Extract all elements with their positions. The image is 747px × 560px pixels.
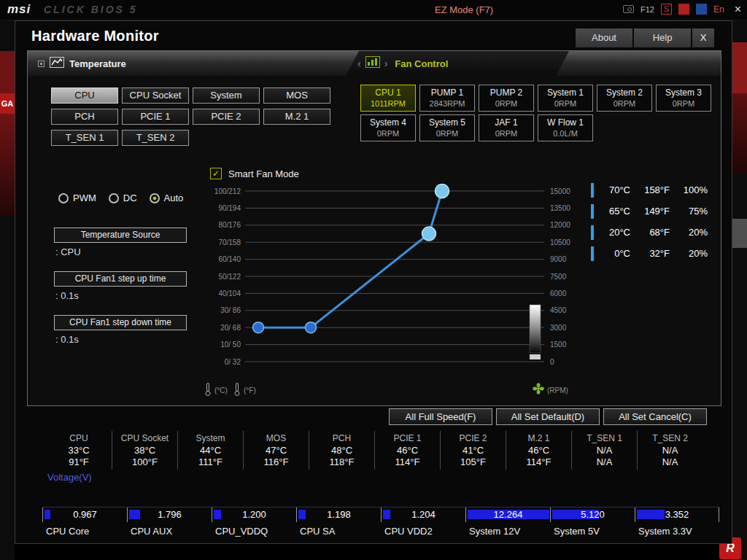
readout-celsius: 38°C [112,445,177,456]
fan-tab-system-2[interactable]: System 20RPM [597,85,652,112]
ez-mode-tab[interactable]: EZ Mode (F7) [435,4,493,15]
readout-celsius: N/A [572,445,637,456]
step-up-time-value: : 0.1s [55,290,79,301]
fan-tab-system-5[interactable]: System 50RPM [419,114,475,141]
help-button[interactable]: Help [634,28,691,47]
dialog-close-button[interactable]: X [692,28,714,47]
fan-curve-point-2[interactable] [306,322,317,333]
voltage-name: System 5V [550,524,635,539]
monitor-panel: Temperature ‹ › Fan Control CPUCPU Socke… [27,50,721,406]
step-down-time-button[interactable]: CPU Fan1 step down time [54,315,187,330]
temp-sensor-t-sen-1[interactable]: T_SEN 1 [51,130,118,146]
readout-cpu-socket: CPU Socket38°C100°F [112,431,177,470]
s-badge-icon[interactable]: S [661,4,672,15]
radio-label: DC [123,192,137,203]
temp-sensor-cpu-socket[interactable]: CPU Socket [122,88,189,104]
fan-tab-value: 0RPM [479,128,533,139]
right-axis-tick: 0 [550,358,554,366]
readout-t-sen-1: T_SEN 1N/AN/A [571,431,637,470]
fan-tab-cpu-1[interactable]: CPU 11011RPM [360,85,416,112]
temp-sensor-cpu[interactable]: CPU [51,88,118,104]
legend-bar-icon [591,183,594,198]
temp-sensor-m-2-1[interactable]: M.2 1 [263,109,330,125]
temperature-section-title: Temperature [69,58,126,69]
all-set-cancel-button[interactable]: All Set Cancel(C) [603,408,707,425]
temperature-source-button[interactable]: Temperature Source [54,228,187,243]
panel-header: Temperature ‹ › Fan Control [28,51,721,76]
temp-sensor-mos[interactable]: MOS [263,88,330,104]
right-axis-tick: 13500 [550,204,570,212]
fan-curve-point-1[interactable] [253,322,264,333]
record-icon[interactable] [678,4,689,15]
fan-tab-system-1[interactable]: System 10RPM [538,85,593,112]
fan-tab-system-3[interactable]: System 30RPM [656,85,711,112]
fan-tab-name: W Flow 1 [538,117,592,128]
fan-mode-radio-auto[interactable]: Auto [150,192,184,203]
screenshot-icon[interactable] [623,5,634,13]
click-bios-label: CLICK BIOS 5 [44,4,138,15]
fan-curve-point-4[interactable] [436,184,449,198]
fan-curve-point-3[interactable] [422,227,436,241]
fan-tab-pump-2[interactable]: PUMP 20RPM [479,85,534,112]
thermometer-celsius-icon [204,382,212,400]
fan-curve-chart: 100/2121500090/1941350080/1761200070/158… [200,184,579,373]
fan-tab-value: 0RPM [597,98,651,109]
smart-fan-mode-toggle[interactable]: ✓ Smart Fan Mode [210,168,299,179]
fan-speed-slider[interactable] [530,305,541,353]
dialog-title: Hardware Monitor [31,28,159,44]
fan-control-icon [365,56,380,71]
fan-tab-name: System 2 [597,88,651,98]
fan-tab-pump-1[interactable]: PUMP 12843RPM [419,85,475,112]
fan-speed-slider-handle[interactable] [530,354,541,359]
fan-mode-radio-group: PWMDCAuto [58,192,183,203]
voltage-cell-cpu-vddq: 1.200 [212,508,296,522]
all-full-speed-button[interactable]: All Full Speed(F) [389,408,492,425]
fan-tab-jaf-1[interactable]: JAF 10RPM [479,114,534,141]
hardware-monitor-dialog: Hardware Monitor About Help X Temperatur… [15,20,732,544]
readout-m-2-1: M.2 146°C114°F [506,431,571,470]
readout-pcie-1: PCIE 146°C114°F [374,431,440,470]
chevron-right-icon[interactable]: › [384,58,388,69]
voltage-cell-cpu-vdd2: 1.204 [381,508,465,522]
legend-bar-icon [591,225,594,240]
radio-icon [58,193,69,203]
chevron-left-icon[interactable]: ‹ [357,58,361,69]
readout-name: PCIE 1 [375,432,440,444]
language-selector[interactable]: En [713,4,724,15]
legend-duty: 20% [670,248,708,259]
close-icon[interactable]: × [735,4,741,15]
temp-sensor-pcie-1[interactable]: PCIE 1 [122,109,189,125]
fan-tab-name: System 1 [538,88,592,98]
all-set-default-button[interactable]: All Set Default(D) [496,408,600,425]
fan-tab-value: 0RPM [657,98,711,109]
temp-sensor-system[interactable]: System [193,88,260,104]
right-edge-gray-block [732,219,747,248]
right-axis-tick: 15000 [550,187,570,195]
fan-tab-w-flow-1[interactable]: W Flow 10.0L/M [538,114,593,141]
temp-sensor-pcie-2[interactable]: PCIE 2 [193,109,260,125]
fan-mode-radio-pwm[interactable]: PWM [58,192,96,203]
fan-tab-system-4[interactable]: System 40RPM [360,114,416,141]
fan-control-section-title: Fan Control [395,58,448,69]
right-edge-decoration [732,20,747,560]
flag-icon[interactable] [696,4,707,15]
readout-celsius: 44°C [178,445,243,456]
readout-celsius: 41°C [441,445,506,456]
step-up-time-button[interactable]: CPU Fan1 step up time [54,271,187,287]
voltage-value: 0.967 [43,509,127,520]
readout-cpu: CPU33°C91°F [46,431,112,470]
temp-sensor-pch[interactable]: PCH [51,109,118,125]
left-axis-tick: 80/176 [218,221,241,229]
about-button[interactable]: About [576,28,632,47]
radio-label: Auto [164,192,184,203]
fan-mode-radio-dc[interactable]: DC [109,192,137,203]
right-axis-tick: 3000 [550,324,567,332]
fan-icon [533,383,544,397]
checkbox-icon: ✓ [210,168,222,179]
voltage-cell-system-3-3v: 3.352 [635,508,719,522]
voltage-cell-system-5v: 5.120 [550,508,635,522]
readout-fahrenheit: N/A [572,456,637,468]
voltage-value: 5.120 [551,509,635,520]
temp-sensor-t-sen-2[interactable]: T_SEN 2 [122,130,189,146]
readout-t-sen-2: T_SEN 2N/AN/A [637,431,703,470]
